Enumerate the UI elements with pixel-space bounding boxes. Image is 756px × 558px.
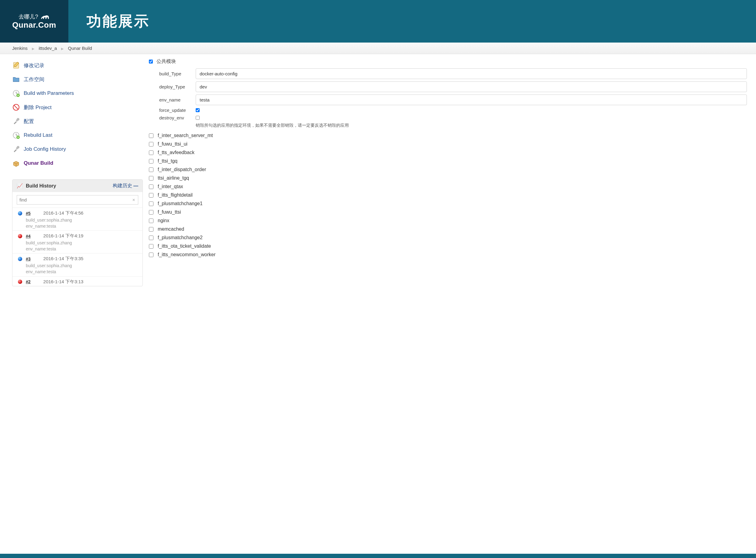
app-row: f_plusmatchchange1 <box>149 199 747 208</box>
app-checkbox[interactable] <box>149 193 153 198</box>
build-date: 2016-1-14 下午4:56 <box>44 210 83 216</box>
app-checkbox[interactable] <box>149 150 153 155</box>
app-checkbox[interactable] <box>149 202 153 206</box>
app-label: f_itts_ota_ticket_validate <box>158 244 211 249</box>
app-row: memcached <box>149 225 747 233</box>
logo[interactable]: 去哪儿? Qunar.Com <box>0 0 68 43</box>
sidebar-item-2[interactable]: Build with Parameters <box>12 86 143 100</box>
sidebar-item-1[interactable]: 工作空间 <box>12 72 143 86</box>
app-checkbox[interactable] <box>149 133 153 138</box>
trend-icon: 📈 <box>17 183 23 189</box>
app-checkbox[interactable] <box>149 184 153 189</box>
app-label: f_inter_dispatch_order <box>158 167 206 172</box>
build-number-link[interactable]: #3 <box>26 256 31 261</box>
package-icon <box>12 159 20 167</box>
folder-icon <box>12 75 20 83</box>
app-label: f_ttsi_tgq <box>158 158 178 164</box>
app-label: f_inter_qtax <box>158 184 183 189</box>
sidebar-item-4[interactable]: 配置 <box>12 114 143 128</box>
app-label: nginx <box>158 218 169 223</box>
build-history-item: #42016-1-14 下午4:19build_user:sophia.zhan… <box>12 230 142 253</box>
build-history-item: #32016-1-14 下午3:35build_user:sophia.zhan… <box>12 253 142 276</box>
app-label: f_fuwu_ttsi <box>158 209 181 215</box>
app-label: memcached <box>158 226 184 232</box>
app-checkbox[interactable] <box>149 227 153 232</box>
env-name-input[interactable] <box>196 95 747 105</box>
breadcrumb-item[interactable]: Qunar Build <box>68 46 92 51</box>
app-row: f_tts_avfeedback <box>149 148 747 157</box>
build-number-link[interactable]: #2 <box>26 279 31 284</box>
sidebar-item-label: 删除 Project <box>24 104 52 111</box>
app-checkbox[interactable] <box>149 219 153 223</box>
build-meta: build_user:sophia.zhangenv_name:testa <box>26 240 137 252</box>
sidebar-item-0[interactable]: 修改记录 <box>12 58 143 72</box>
app-row: f_inter_dispatch_order <box>149 165 747 174</box>
build-history-search[interactable] <box>17 195 138 205</box>
build-history-link[interactable]: 构建历史 — <box>113 183 138 189</box>
build-type-label: build_Type <box>159 71 191 76</box>
app-row: f_itts_ota_ticket_validate <box>149 242 747 250</box>
deploy-type-input[interactable] <box>196 81 747 92</box>
build-history-title: Build History <box>26 183 56 189</box>
destroy-help-text: 销毁所勾选的应用的指定环境，如果不需要全部销毁，请一定要反选不销毁的应用 <box>196 123 747 128</box>
build-history-panel: 📈 Build History 构建历史 — ✕ #52016-1-14 下午4… <box>12 179 143 286</box>
build-history-item: #22016-1-14 下午3:13 <box>12 276 142 286</box>
app-row: f_inter_search_server_mt <box>149 131 747 140</box>
tools-icon <box>12 145 20 153</box>
app-checkbox[interactable] <box>149 253 153 257</box>
app-label: f_fuwu_ttsi_ui <box>158 141 187 147</box>
build-number-link[interactable]: #4 <box>26 234 31 238</box>
sidebar-item-5[interactable]: Rebuild Last <box>12 128 143 142</box>
env-name-label: env_name <box>159 97 191 102</box>
build-history-item: #52016-1-14 下午4:56build_user:sophia.zhan… <box>12 208 142 230</box>
sidebar-item-3[interactable]: 删除 Project <box>12 100 143 114</box>
status-ball-icon <box>18 211 22 215</box>
sidebar-item-6[interactable]: Job Config History <box>12 142 143 156</box>
app-checkbox[interactable] <box>149 168 153 172</box>
app-label: f_itts_newcommon_worker <box>158 252 215 257</box>
app-checkbox[interactable] <box>149 210 153 214</box>
build-meta: build_user:sophia.zhangenv_name:testa <box>26 263 137 275</box>
chevron-right-icon: ▶ <box>32 47 34 50</box>
page-title: 功能展示 <box>86 11 150 31</box>
sidebar-item-label: Job Config History <box>24 146 66 152</box>
logo-text-top: 去哪儿? <box>19 13 38 20</box>
build-date: 2016-1-14 下午3:13 <box>44 279 83 285</box>
breadcrumb-item[interactable]: Jenkins <box>12 46 28 51</box>
sidebar-item-label: Rebuild Last <box>24 132 53 138</box>
sidebar-item-label: 修改记录 <box>24 62 44 69</box>
app-row: ttsi_airline_tgq <box>149 174 747 182</box>
sidebar-item-label: Qunar Build <box>24 160 53 166</box>
destroy-env-checkbox[interactable] <box>196 116 200 120</box>
public-module-checkbox[interactable] <box>149 59 153 64</box>
app-checkbox[interactable] <box>149 244 153 249</box>
logo-text-bottom: Qunar.Com <box>12 20 56 30</box>
app-row: f_plusmatchchange2 <box>149 233 747 242</box>
clear-icon[interactable]: ✕ <box>132 198 135 202</box>
app-checkbox[interactable] <box>149 142 153 147</box>
header: 去哪儿? Qunar.Com 功能展示 <box>0 0 756 43</box>
force-update-checkbox[interactable] <box>196 108 200 112</box>
app-checkbox[interactable] <box>149 176 153 180</box>
app-label: f_inter_search_server_mt <box>158 133 213 138</box>
chevron-right-icon: ▶ <box>61 47 63 50</box>
app-label: ttsi_airline_tgq <box>158 175 189 181</box>
app-label: f_plusmatchchange2 <box>158 235 203 240</box>
build-number-link[interactable]: #5 <box>26 211 31 216</box>
app-row: f_ttsi_tgq <box>149 157 747 165</box>
clock-green-icon <box>12 131 20 139</box>
sidebar: 修改记录工作空间Build with Parameters删除 Project配… <box>0 54 146 289</box>
sidebar-item-7[interactable]: Qunar Build <box>12 156 143 170</box>
app-row: f_inter_qtax <box>149 182 747 191</box>
status-ball-icon <box>18 234 22 238</box>
build-date: 2016-1-14 下午3:35 <box>44 256 83 262</box>
minus-icon: — <box>133 183 138 189</box>
app-checkbox[interactable] <box>149 235 153 240</box>
sidebar-item-label: Build with Parameters <box>24 90 74 96</box>
force-update-label: force_update <box>159 108 191 113</box>
app-row: nginx <box>149 217 747 225</box>
tools-icon <box>12 117 20 125</box>
build-type-input[interactable] <box>196 68 747 79</box>
breadcrumb-item[interactable]: ittsdev_a <box>38 46 57 51</box>
app-checkbox[interactable] <box>149 159 153 163</box>
